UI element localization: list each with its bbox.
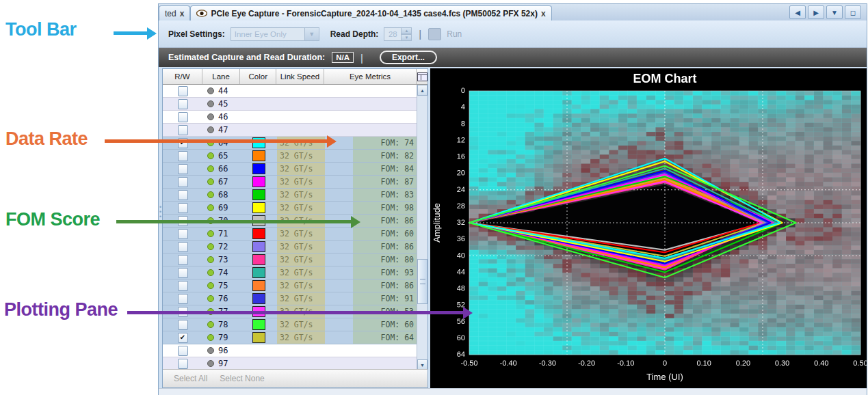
table-row-lane-72[interactable]: 7232 GT/sFOM: 86	[163, 241, 428, 254]
table-row-lane-47[interactable]: 47	[163, 124, 428, 137]
eom-chart-canvas	[430, 68, 867, 388]
tab-list-button[interactable]: ▼	[826, 5, 843, 19]
eye-metrics-cell	[325, 357, 418, 370]
read-depth-stepper[interactable]: 28 ▲ ▼	[384, 27, 412, 41]
close-icon[interactable]: x	[180, 10, 185, 17]
fom-value: FOM: 83	[381, 190, 414, 200]
eye-metrics-cell	[325, 124, 418, 136]
table-row-lane-71[interactable]: 7132 GT/sFOM: 60	[163, 228, 428, 241]
table-row-lane-76[interactable]: 7632 GT/sFOM: 91	[163, 292, 428, 305]
select-none-button[interactable]: Select None	[220, 374, 264, 383]
table-row-lane-96[interactable]: 96	[163, 344, 428, 357]
rw-checkbox[interactable]	[178, 229, 188, 239]
table-row-lane-75[interactable]: 7532 GT/sFOM: 86	[163, 279, 428, 292]
column-header-link-speed[interactable]: Link Speed	[276, 69, 324, 84]
link-speed-cell: 32 GT/s	[277, 266, 325, 279]
rw-checkbox[interactable]	[178, 86, 188, 96]
rw-checkbox[interactable]	[178, 177, 188, 187]
rw-checkbox[interactable]	[178, 320, 188, 330]
scrollbar-thumb[interactable]	[417, 259, 428, 304]
rw-checkbox[interactable]	[178, 346, 188, 356]
rw-checkbox[interactable]	[178, 242, 188, 252]
table-scrollbar[interactable]: ▲ ▼	[417, 85, 428, 370]
link-speed-cell: 32 GT/s	[277, 318, 325, 331]
column-header-lane[interactable]: Lane	[202, 69, 241, 84]
export-button[interactable]: Export...	[380, 51, 437, 64]
lane-number: 67	[218, 177, 228, 187]
lane-color-swatch	[252, 176, 265, 187]
link-speed-cell	[277, 85, 325, 97]
lane-active-dot-icon	[207, 295, 214, 302]
lane-number: 68	[218, 190, 228, 200]
column-header-color[interactable]: Color	[240, 69, 276, 84]
prev-tab-button[interactable]: ◀	[789, 5, 806, 19]
table-row-lane-68[interactable]: 6832 GT/sFOM: 83	[163, 189, 428, 202]
table-row-lane-46[interactable]: 46	[163, 111, 428, 124]
table-row-lane-74[interactable]: 7432 GT/sFOM: 93	[163, 266, 428, 279]
rw-checkbox[interactable]	[178, 281, 188, 291]
lane-number: 79	[218, 333, 228, 342]
tab-title: PCIe Eye Capture - ForensicCapture_2024-…	[211, 9, 538, 18]
scroll-down-icon: ▼	[420, 363, 425, 368]
rw-checkbox[interactable]	[178, 203, 188, 213]
lane-number: 69	[218, 203, 228, 213]
rw-checkbox[interactable]	[178, 164, 188, 174]
link-speed-value: 32 GT/s	[280, 281, 313, 290]
rw-checkbox[interactable]	[178, 255, 188, 265]
toolbar-separator: |	[419, 28, 421, 40]
rw-checkbox[interactable]	[178, 190, 188, 200]
color-cell	[241, 344, 277, 357]
tab-partial[interactable]: ted x	[159, 5, 190, 20]
chevron-down-icon[interactable]: ▼	[305, 27, 319, 41]
eye-metrics-cell: FOM: 86	[325, 241, 418, 253]
rw-checkbox[interactable]	[178, 112, 188, 122]
rw-checkbox[interactable]	[178, 294, 188, 304]
select-all-button[interactable]: Select All	[174, 374, 207, 383]
lane-active-dot-icon	[207, 204, 214, 211]
scroll-up-button[interactable]: ▲	[417, 85, 428, 96]
color-cell	[241, 254, 277, 266]
lane-cell: 73	[202, 254, 241, 266]
column-chooser-icon[interactable]	[417, 72, 428, 81]
rw-checkbox[interactable]	[178, 151, 188, 161]
pixel-settings-dropdown[interactable]: Inner Eye Only ▼	[231, 27, 319, 41]
rw-checkbox[interactable]	[178, 359, 188, 369]
rw-cell	[163, 292, 202, 305]
rw-cell	[163, 318, 202, 331]
rw-checkbox[interactable]	[178, 125, 188, 135]
next-tab-button[interactable]: ▶	[808, 5, 824, 19]
rw-checkbox[interactable]: ✔	[178, 333, 188, 343]
spin-down-icon[interactable]: ▼	[402, 34, 412, 41]
table-row-lane-45[interactable]: 45	[163, 98, 428, 111]
table-row-lane-65[interactable]: 6532 GT/sFOM: 82	[163, 150, 428, 163]
column-chooser-cell[interactable]	[417, 69, 428, 84]
link-speed-cell: 32 GT/s	[277, 292, 325, 305]
lane-number: 45	[218, 99, 228, 109]
link-speed-cell: 32 GT/s	[277, 254, 325, 266]
run-checkbox[interactable]	[428, 28, 441, 40]
table-row-lane-67[interactable]: 6732 GT/sFOM: 87	[163, 176, 428, 189]
lane-active-dot-icon	[207, 178, 214, 185]
rw-cell	[163, 150, 202, 162]
rw-checkbox[interactable]	[178, 268, 188, 278]
right-arrow-icon: ▶	[813, 9, 819, 16]
close-icon[interactable]: x	[541, 10, 546, 17]
panel-splitter[interactable]: •••	[159, 205, 162, 246]
table-row-lane-78[interactable]: 7832 GT/sFOM: 60	[163, 318, 428, 331]
rw-checkbox[interactable]	[178, 99, 188, 109]
table-row-lane-69[interactable]: 6932 GT/sFOM: 98	[163, 202, 428, 215]
spin-up-icon[interactable]: ▲	[402, 27, 412, 34]
link-speed-value: 32 GT/s	[280, 203, 313, 213]
table-row-lane-44[interactable]: 44	[163, 85, 428, 98]
table-row-lane-64[interactable]: ✔6432 GT/sFOM: 74	[163, 137, 428, 150]
color-cell	[241, 85, 277, 97]
table-row-lane-66[interactable]: 6632 GT/sFOM: 84	[163, 163, 428, 176]
lane-cell: 47	[202, 124, 241, 136]
table-row-lane-79[interactable]: ✔7932 GT/sFOM: 64	[163, 331, 428, 344]
lane-color-swatch	[252, 202, 265, 213]
column-header-r-w[interactable]: R/W	[163, 69, 202, 84]
table-row-lane-73[interactable]: 7332 GT/sFOM: 80	[163, 254, 428, 266]
column-header-eye-metrics[interactable]: Eye Metrics	[324, 69, 417, 84]
restore-window-button[interactable]: ◻	[845, 5, 861, 19]
tab-pcie-eye-capture[interactable]: PCIe Eye Capture - ForensicCapture_2024-…	[190, 5, 551, 20]
